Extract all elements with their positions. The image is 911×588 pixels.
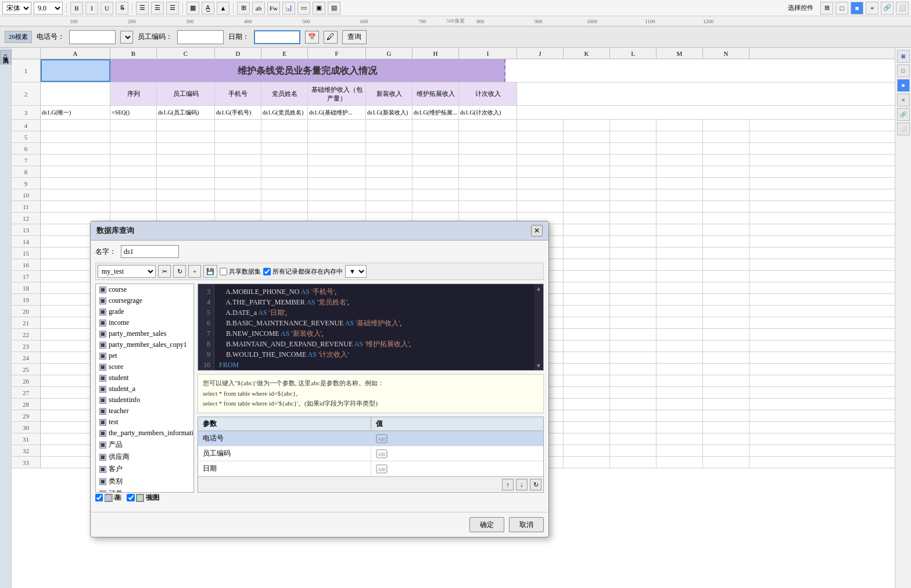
shared-data-checkbox-label[interactable]: 共享数据集 [220,267,261,276]
cell-N13[interactable] [703,224,749,235]
cell-G5[interactable] [366,131,413,142]
cell-N11[interactable] [703,201,749,212]
cell-F5[interactable] [308,131,366,142]
cell-A6[interactable] [41,143,110,154]
cell-e2-header[interactable]: 党员姓名 [261,83,308,105]
name-input[interactable] [121,245,179,258]
cell-e3[interactable]: ds1.G(党员姓名) [261,106,308,119]
cell-D5[interactable] [215,131,261,142]
cell-G9[interactable] [366,178,413,189]
cell-K30[interactable] [564,422,610,433]
right-panel-btn-2[interactable]: □ [897,64,910,77]
cell-K32[interactable] [564,445,610,456]
right-panel-btn-4[interactable]: ≡ [897,94,910,106]
cell-L21[interactable] [610,317,657,328]
cell-f2-header[interactable]: 基础维护收入（包产量） [308,83,366,105]
cell-N15[interactable] [703,248,749,259]
cell-L30[interactable] [610,422,657,433]
font-family-select[interactable]: 宋体 [2,2,31,15]
cell-c3[interactable]: ds1.G(员工编码) [157,106,215,119]
right-panel-btn-3[interactable]: ■ [897,79,910,92]
cell-A8[interactable] [41,166,110,177]
cell-B5[interactable] [110,131,157,142]
cell-M33[interactable] [657,457,703,468]
cell-M7[interactable] [657,155,703,166]
cell-N10[interactable] [703,189,749,200]
cell-J9[interactable] [517,178,564,189]
right-icon-3[interactable]: ■ [851,2,863,15]
cell-C11[interactable] [157,201,215,212]
cell-I10[interactable] [459,189,517,200]
right-panel-btn-6[interactable]: ⬜ [897,123,910,135]
cell-F11[interactable] [308,201,366,212]
cell-M20[interactable] [657,306,703,317]
cell-D10[interactable] [215,189,261,200]
db-item-course[interactable]: ▦ course [96,284,193,295]
cell-C4[interactable] [157,120,215,131]
cell-N29[interactable] [703,410,749,421]
cell-B4[interactable] [110,120,157,131]
cell-h3[interactable]: ds1.G(维护拓展... [413,106,459,119]
cell-D9[interactable] [215,178,261,189]
cell-A11[interactable] [41,201,110,212]
cell-K22[interactable] [564,329,610,340]
cell-K19[interactable] [564,294,610,305]
cell-M16[interactable] [657,259,703,270]
cell-L29[interactable] [610,410,657,421]
cell-N28[interactable] [703,399,749,410]
cell-L13[interactable] [610,224,657,235]
cell-N27[interactable] [703,387,749,398]
cell-M4[interactable] [657,120,703,131]
fw-btn[interactable]: Fw [267,2,280,15]
cell-K31[interactable] [564,433,610,444]
cell-A10[interactable] [41,189,110,200]
cell-h2-header[interactable]: 维护拓展收入 [413,83,459,105]
sql-code-area[interactable]: A.MOBILE_PHONE_NO AS '手机号', A.THE_PARTY_… [214,284,534,370]
cell-N31[interactable] [703,433,749,444]
font-size-select[interactable]: 9.0 [34,2,63,15]
cell-N23[interactable] [703,340,749,352]
chart-btn[interactable]: 📊 [282,2,295,15]
underline-btn[interactable]: U [101,2,113,15]
cell-B8[interactable] [110,166,157,177]
cell-L8[interactable] [610,166,657,177]
cell-d2-header[interactable]: 手机号 [215,83,261,105]
cell-L12[interactable] [610,213,657,224]
file-tab[interactable]: 入情况 cpt [0,50,12,64]
right-panel-btn-5[interactable]: 🔗 [897,108,910,121]
cell-K8[interactable] [564,166,610,177]
widget-btn3[interactable]: ▤ [328,2,340,15]
cell-M31[interactable] [657,433,703,444]
cell-I8[interactable] [459,166,517,177]
db-item-supplier[interactable]: ▦ 供应商 [96,451,193,463]
db-item-party-member-sales[interactable]: ▦ party_member_sales [96,328,193,339]
cell-L17[interactable] [610,271,657,282]
cell-B11[interactable] [110,201,157,212]
cell-F4[interactable] [308,120,366,131]
align-left-btn[interactable]: ☰ [136,2,149,15]
cell-c2-header[interactable]: 员工编码 [157,83,215,105]
cell-K13[interactable] [564,224,610,235]
cell-N20[interactable] [703,306,749,317]
cell-N14[interactable] [703,236,749,247]
cell-K33[interactable] [564,457,610,468]
cell-A7[interactable] [41,155,110,166]
cell-L7[interactable] [610,155,657,166]
cell-M24[interactable] [657,352,703,363]
right-icon-6[interactable]: ⬜ [896,2,909,15]
cell-M32[interactable] [657,445,703,456]
cell-L22[interactable] [610,329,657,340]
cell-M5[interactable] [657,131,703,142]
cell-I9[interactable] [459,178,517,189]
cell-K21[interactable] [564,317,610,328]
cell-K6[interactable] [564,143,610,154]
cell-D4[interactable] [215,120,261,131]
cell-J5[interactable] [517,131,564,142]
cell-I7[interactable] [459,155,517,166]
cell-K14[interactable] [564,236,610,247]
cell-K17[interactable] [564,271,610,282]
cell-G11[interactable] [366,201,413,212]
cell-K7[interactable] [564,155,610,166]
right-panel-btn-1[interactable]: ⊞ [897,50,910,63]
cell-C5[interactable] [157,131,215,142]
